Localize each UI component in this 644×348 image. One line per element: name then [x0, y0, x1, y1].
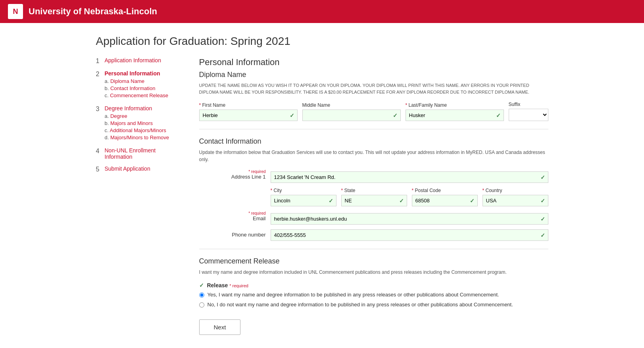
sidebar-sub-additional-majors: c. Additional Majors/Minors	[105, 127, 169, 133]
email-check-icon: ✓	[540, 216, 545, 222]
first-name-label: * First Name	[199, 102, 298, 108]
phone-label: Phone number	[199, 232, 266, 238]
city-group: * City ✓	[271, 188, 336, 206]
first-name-group: * First Name ✓	[199, 102, 298, 121]
sidebar-sub-diploma: a. Diploma Name	[105, 78, 168, 84]
next-button[interactable]: Next	[199, 319, 241, 335]
suffix-group: Suffix Jr. Sr. II III	[509, 102, 548, 121]
release-yes-option: Yes, I want my name and degree informati…	[199, 292, 548, 298]
state-label: * State	[341, 188, 407, 193]
release-no-option: No, I do not want my name and degree inf…	[199, 302, 548, 308]
state-input[interactable]	[341, 195, 407, 206]
page-title: Application for Graduation: Spring 2021	[96, 35, 548, 48]
suffix-select[interactable]: Jr. Sr. II III	[509, 109, 548, 121]
sidebar-item-application-info[interactable]: Application Information	[105, 57, 161, 63]
contact-description: Update the information below that Gradua…	[199, 149, 548, 163]
email-input[interactable]	[271, 213, 548, 225]
subsection-contact-title: Contact Information	[199, 137, 548, 146]
email-label-col: * required Email	[199, 211, 271, 225]
middle-name-input[interactable]	[302, 110, 401, 121]
middle-name-check-icon: ✓	[393, 112, 398, 119]
last-name-wrapper: ✓	[406, 110, 504, 121]
sidebar-step-2: 2 Personal Information a. Diploma Name b…	[96, 70, 183, 100]
country-check-icon: ✓	[540, 198, 545, 204]
sidebar-item-degree-info[interactable]: Degree Information	[105, 105, 152, 112]
step-3-number: 3	[96, 106, 102, 113]
sidebar-step-1: 1 Application Information	[96, 57, 183, 65]
phone-wrapper: ✓	[271, 229, 548, 241]
commencement-title: Commencement Release	[199, 257, 548, 265]
city-state-row: * City ✓ * State ✓ * P	[199, 188, 548, 206]
release-no-radio[interactable]	[199, 302, 204, 308]
postal-check-icon: ✓	[470, 198, 475, 204]
city-input[interactable]	[271, 195, 336, 206]
phone-label-col: Phone number	[199, 232, 271, 241]
sidebar-step-5: 5 Submit Application	[96, 165, 183, 173]
sidebar-item-non-unl[interactable]: Non-UNL Enrollment Information	[105, 147, 156, 160]
sidebar-sub-commencement: c. Commencement Release	[105, 92, 168, 98]
commencement-section: Commencement Release I want my name and …	[199, 257, 548, 308]
address-line1-check-icon: ✓	[540, 174, 545, 181]
sidebar-item-personal-info[interactable]: Personal Information	[105, 70, 160, 77]
step-5-number: 5	[96, 166, 102, 173]
last-name-check-icon: ✓	[496, 112, 501, 119]
middle-name-label: Middle Name	[302, 102, 401, 108]
state-check-icon: ✓	[399, 198, 404, 204]
address-line1-input[interactable]	[271, 171, 548, 183]
sidebar-item-submit[interactable]: Submit Application	[105, 165, 150, 172]
last-name-group: * Last/Family Name ✓	[406, 102, 504, 121]
address-required-text: * required	[199, 169, 266, 174]
country-wrapper: ✓	[483, 195, 548, 206]
email-required-text: * required	[199, 211, 266, 215]
commencement-description: I want my name and degree information in…	[199, 269, 548, 276]
address-line1-label-col: * required Address Line 1	[199, 169, 271, 183]
section-divider-2	[199, 249, 548, 249]
sidebar-sub-contact: b. Contact Information	[105, 85, 168, 91]
city-state-multi: * City ✓ * State ✓ * P	[271, 188, 548, 206]
step-4-number: 4	[96, 148, 102, 155]
postal-label: * Postal Code	[412, 188, 478, 193]
sidebar-sub-majors-minors: b. Majors and Minors	[105, 120, 169, 126]
release-check-icon: ✓	[199, 282, 204, 288]
phone-input-col: ✓	[271, 229, 548, 241]
middle-name-group: Middle Name ✓	[302, 102, 401, 121]
main-content: Personal Information Diploma Name UPDATE…	[199, 57, 548, 335]
name-fields-row: * First Name ✓ Middle Name ✓ * Last/Fami…	[199, 102, 548, 121]
city-wrapper: ✓	[271, 195, 336, 206]
step-2-subitems: a. Diploma Name b. Contact Information c…	[105, 78, 168, 98]
section-divider-1	[199, 129, 548, 129]
middle-name-wrapper: ✓	[302, 110, 401, 121]
sidebar-sub-remove-majors: d. Majors/Minors to Remove	[105, 135, 169, 140]
postal-group: * Postal Code ✓	[412, 188, 478, 206]
country-input[interactable]	[483, 195, 548, 206]
release-yes-radio[interactable]	[199, 292, 204, 298]
university-name: University of Nebraska-Lincoln	[29, 6, 157, 17]
phone-row: Phone number ✓	[199, 229, 548, 241]
email-row: * required Email ✓	[199, 211, 548, 225]
section-personal-info-title: Personal Information	[199, 57, 548, 67]
phone-check-icon: ✓	[540, 232, 545, 238]
release-label: ✓ Release * required	[199, 282, 548, 288]
sidebar-nav: 1 Application Information 2 Personal Inf…	[96, 57, 183, 179]
last-name-input[interactable]	[406, 110, 504, 121]
postal-input[interactable]	[412, 195, 478, 206]
diploma-description-upper: UPDATE THE NAME BELOW AS YOU WISH IT TO …	[199, 82, 548, 95]
state-group: * State ✓	[341, 188, 407, 206]
step-2-number: 2	[96, 71, 102, 78]
city-check-icon: ✓	[329, 198, 333, 204]
first-name-check-icon: ✓	[290, 112, 294, 119]
city-label: * City	[271, 188, 336, 193]
university-logo: N	[8, 4, 23, 19]
country-group: * Country ✓	[483, 188, 548, 206]
last-name-label: * Last/Family Name	[406, 102, 504, 108]
release-required-label: * required	[229, 283, 248, 288]
step-3-subitems: a. Degree b. Majors and Minors c. Additi…	[105, 113, 169, 140]
address-line1-wrapper: ✓	[271, 171, 548, 183]
suffix-wrapper: Jr. Sr. II III	[509, 109, 548, 121]
phone-input[interactable]	[271, 229, 548, 241]
first-name-input[interactable]	[199, 110, 298, 121]
suffix-label: Suffix	[509, 102, 548, 107]
address-line1-input-col: ✓	[271, 171, 548, 183]
first-name-wrapper: ✓	[199, 110, 298, 121]
email-label: Email	[199, 215, 266, 221]
